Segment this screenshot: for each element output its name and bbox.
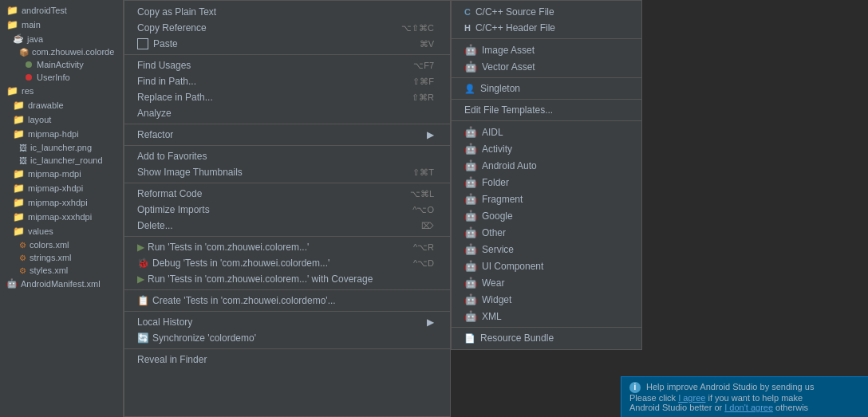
separator <box>124 289 450 290</box>
sidebar-item-styles-xml[interactable]: ⚙ styles.xml <box>0 264 123 277</box>
sidebar-item-androidmanifest[interactable]: 🤖 AndroidManifest.xml <box>0 277 123 290</box>
submenu-other[interactable]: 🤖 Other <box>452 224 641 241</box>
sidebar-item-drawable[interactable]: 📁 drawable <box>0 98 123 112</box>
submenu-widget[interactable]: 🤖 Widget <box>452 291 641 308</box>
submenu-android-auto[interactable]: 🤖 Android Auto <box>452 157 641 174</box>
sidebar-item-layout[interactable]: 📁 layout <box>0 112 123 127</box>
cpp-file-icon: C <box>464 7 471 17</box>
xml-icon: ⚙ <box>19 241 26 250</box>
sidebar-item-main[interactable]: 📁 main <box>0 18 123 32</box>
agree-link[interactable]: I agree <box>678 393 705 403</box>
sidebar-item-strings-xml[interactable]: ⚙ strings.xml <box>0 251 123 264</box>
debug-icon: 🐞 <box>137 258 149 269</box>
submenu-cpp-header[interactable]: H C/C++ Header File <box>452 20 641 36</box>
menu-add-to-favorites[interactable]: Add to Favorites <box>124 148 450 164</box>
submenu-singleton[interactable]: 👤 Singleton <box>452 81 641 96</box>
sidebar-item-mipmap-xxhdpi[interactable]: 📁 mipmap-xxhdpi <box>0 195 123 210</box>
menu-delete[interactable]: Delete... ⌦ <box>124 218 450 234</box>
separator <box>124 124 450 124</box>
run-coverage-icon: ▶ <box>137 273 144 285</box>
submenu-cpp-source[interactable]: C C/C++ Source File <box>452 4 641 20</box>
menu-run-tests[interactable]: ▶ Run 'Tests in 'com.zhouwei.colorem...'… <box>124 239 450 255</box>
folder-icon: 📁 <box>13 197 25 208</box>
sidebar-item-java[interactable]: ☕ java <box>0 32 123 45</box>
menu-analyze[interactable]: Analyze <box>124 105 450 121</box>
package-icon: 📦 <box>19 48 29 57</box>
sidebar-item-mainactivity[interactable]: MainActivity <box>0 58 123 71</box>
project-tree: 📁 androidTest 📁 main ☕ java 📦 com.zhouwe… <box>0 0 124 417</box>
android-robot-icon: 🤖 <box>464 226 477 238</box>
submenu-resource-bundle[interactable]: 📄 Resource Bundle <box>452 330 641 346</box>
sidebar-item-userinfo[interactable]: UserInfo <box>0 71 123 84</box>
menu-show-image-thumbnails[interactable]: Show Image Thumbnails ⇧⌘T <box>124 164 450 180</box>
file-icon: 🖼 <box>19 156 27 165</box>
menu-local-history[interactable]: Local History ▶ <box>124 314 450 330</box>
submenu-arrow-icon: ▶ <box>427 317 434 328</box>
android-robot-icon: 🤖 <box>464 61 477 73</box>
sidebar-item-ic-launcher[interactable]: 🖼 ic_launcher.png <box>0 141 123 154</box>
android-icon: 🤖 <box>6 278 18 289</box>
submenu-aidl[interactable]: 🤖 AIDL <box>452 124 641 140</box>
sidebar-item-mipmap-xhdpi[interactable]: 📁 mipmap-xhdpi <box>0 181 123 195</box>
submenu-service[interactable]: 🤖 Service <box>452 241 641 258</box>
separator <box>124 183 450 183</box>
submenu-vector-asset[interactable]: 🤖 Vector Asset <box>452 58 641 75</box>
submenu-ui-component[interactable]: 🤖 UI Component <box>452 258 641 274</box>
disagree-link[interactable]: I don't agree <box>724 403 773 412</box>
menu-run-tests-coverage[interactable]: ▶ Run 'Tests in 'com.zhouwei.colorem...'… <box>124 271 450 287</box>
submenu-image-asset[interactable]: 🤖 Image Asset <box>452 41 641 58</box>
editor-area <box>642 0 868 383</box>
submenu-wear[interactable]: 🤖 Wear <box>452 274 641 291</box>
submenu-fragment[interactable]: 🤖 Fragment <box>452 191 641 207</box>
sidebar-item-mipmap-hdpi[interactable]: 📁 mipmap-hdpi <box>0 127 123 141</box>
class-green-icon <box>26 61 32 68</box>
android-robot-icon: 🤖 <box>464 277 477 289</box>
class-red-icon <box>26 74 32 81</box>
menu-synchronize[interactable]: 🔄 Synchronize 'colordemo' <box>124 330 450 346</box>
menu-replace-in-path[interactable]: Replace in Path... ⇧⌘R <box>124 89 450 105</box>
sidebar-item-mipmap-mdpi[interactable]: 📁 mipmap-mdpi <box>0 167 123 181</box>
java-icon: ☕ <box>13 33 24 44</box>
xml-icon: ⚙ <box>19 254 26 262</box>
sidebar-item-colors-xml[interactable]: ⚙ colors.xml <box>0 238 123 251</box>
menu-find-usages[interactable]: Find Usages ⌥F7 <box>124 57 450 73</box>
submenu-xml[interactable]: 🤖 XML <box>452 308 641 325</box>
sidebar-item-mipmap-xxxhdpi[interactable]: 📁 mipmap-xxxhdpi <box>0 210 123 224</box>
separator <box>124 236 450 237</box>
folder-icon: 📁 <box>13 226 25 237</box>
separator <box>452 38 641 39</box>
menu-debug-tests[interactable]: 🐞 Debug 'Tests in 'com.zhouwei.colordem.… <box>124 255 450 271</box>
menu-copy-as-plain-text[interactable]: Copy as Plain Text <box>124 4 450 20</box>
android-robot-icon: 🤖 <box>464 44 477 56</box>
submenu-edit-file-templates[interactable]: Edit File Templates... <box>452 102 641 118</box>
menu-reveal-in-finder[interactable]: Reveal in Finder <box>124 352 450 368</box>
menu-find-in-path[interactable]: Find in Path... ⇧⌘F <box>124 73 450 89</box>
sidebar-item-res[interactable]: 📁 res <box>0 84 123 98</box>
notification-line3: Android Studio better or I don't agree o… <box>629 403 860 412</box>
paste-icon <box>137 38 148 49</box>
sidebar-item-package[interactable]: 📦 com.zhouwei.colorde <box>0 45 123 58</box>
menu-create-tests[interactable]: 📋 Create 'Tests in 'com.zhouwei.colordem… <box>124 293 450 309</box>
menu-optimize-imports[interactable]: Optimize Imports ^⌥O <box>124 202 450 218</box>
android-robot-icon: 🤖 <box>464 260 477 272</box>
separator <box>124 348 450 349</box>
menu-copy-reference[interactable]: Copy Reference ⌥⇧⌘C <box>124 20 450 36</box>
menu-reformat-code[interactable]: Reformat Code ⌥⌘L <box>124 186 450 202</box>
separator <box>452 120 641 121</box>
sidebar-item-androidtest[interactable]: 📁 androidTest <box>0 3 123 18</box>
folder-icon: 📁 <box>13 211 25 222</box>
folder-icon: 📁 <box>13 114 25 125</box>
menu-paste[interactable]: Paste ⌘V <box>124 36 450 52</box>
android-robot-icon: 🤖 <box>464 176 477 188</box>
submenu-activity[interactable]: 🤖 Activity <box>452 140 641 157</box>
separator <box>452 327 641 328</box>
android-robot-icon: 🤖 <box>464 243 477 255</box>
sidebar-item-ic-launcher-round[interactable]: 🖼 ic_launcher_round <box>0 154 123 167</box>
submenu-google[interactable]: 🤖 Google <box>452 207 641 224</box>
submenu-folder[interactable]: 🤖 Folder <box>452 174 641 191</box>
folder-icon: 📁 <box>6 5 18 16</box>
menu-refactor[interactable]: Refactor ▶ <box>124 127 450 143</box>
android-robot-icon: 🤖 <box>464 193 477 205</box>
folder-icon: 📁 <box>6 85 18 96</box>
sidebar-item-values[interactable]: 📁 values <box>0 224 123 238</box>
